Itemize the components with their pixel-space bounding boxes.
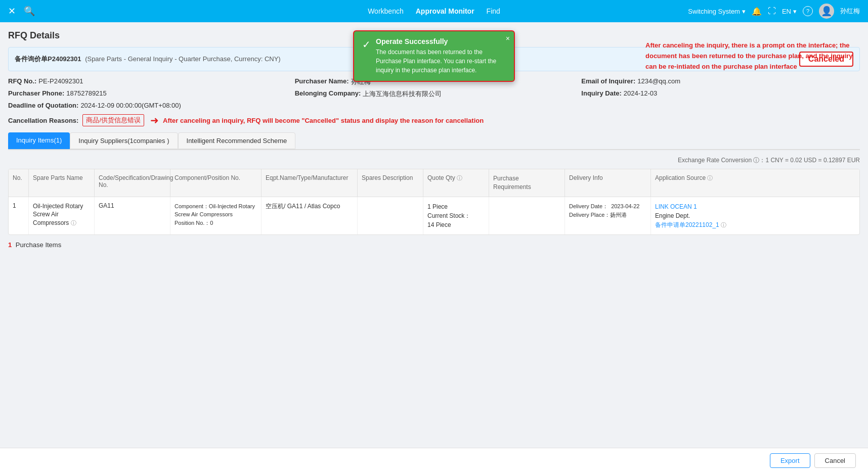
close-icon[interactable]: ✕ <box>8 6 16 17</box>
header-nav: Workbench Approval Monitor Find <box>368 7 500 15</box>
nav-approval[interactable]: Approval Monitor <box>416 7 474 15</box>
purchase-items-count: 1 Purchase Items <box>8 241 860 249</box>
search-icon[interactable]: 🔍 <box>24 6 35 17</box>
table-row: 1 Oil-Injected Rotary Screw Air Compress… <box>9 197 859 234</box>
col-app-source: Application Source ⓘ <box>651 169 747 197</box>
tabs-container: Inquiry Items(1) Inquiry Suppliers(1comp… <box>8 132 860 150</box>
belonging-company: Belonging Company: 上海互海信息科技有限公司 <box>295 89 574 99</box>
col-eqpt: Eqpt.Name/Type/Manufacturer <box>262 169 358 197</box>
footer: Export Cancel <box>0 448 868 473</box>
cancellation-annotation: After canceling an inquiry, RFQ will bec… <box>163 117 484 124</box>
notification-icon[interactable]: 🔔 <box>752 7 762 16</box>
cell-code: GA11 <box>95 197 170 234</box>
help-icon[interactable]: ? <box>803 6 813 16</box>
cell-delivery-info: Delivery Date： 2023-04-22Delivery Place：… <box>565 197 651 234</box>
col-delivery-info: Delivery Info <box>565 169 651 197</box>
app-source-row-info-icon[interactable]: ⓘ <box>721 222 726 228</box>
doc-id: 备件询价单P24092301 <box>15 55 81 63</box>
col-code: Code/Specification/Drawing No. <box>95 169 170 197</box>
col-spares-desc: Spares Description <box>358 169 423 197</box>
doc-header: 备件询价单P24092301 (Spare Parts - General In… <box>15 55 281 64</box>
email-inquirer: Email of Inquirer: 1234@qq.com <box>581 77 860 86</box>
fullscreen-icon[interactable]: ⛶ <box>768 7 776 16</box>
lang-label: EN <box>782 8 791 15</box>
col-quote-qty: Quote Qty ⓘ <box>423 169 489 197</box>
col-no: No. <box>9 169 29 197</box>
cell-component: Component：Oil-Injected Rotary Screw Air … <box>170 197 262 234</box>
status-badge: Canceled <box>799 52 853 67</box>
switching-system-button[interactable]: Switching System ▾ <box>688 8 746 15</box>
cell-quote-qty: 1 PieceCurrent Stock：14 Piece <box>423 197 489 234</box>
rfq-no: RFQ No.: PE-P24092301 <box>8 77 287 86</box>
cancellation-value: 商品/供货信息错误 <box>82 114 144 126</box>
tab-inquiry-items[interactable]: Inquiry Items(1) <box>8 132 70 149</box>
avatar[interactable]: 👤 <box>819 4 834 19</box>
toast-close-button[interactable]: × <box>506 34 510 42</box>
col-spare-parts-name: Spare Parts Name <box>29 169 95 197</box>
cell-app-source: LINK OCEAN 1 Engine Dept. 备件申请单20221102_… <box>651 197 747 234</box>
header-left: ✕ 🔍 <box>8 6 35 17</box>
doc-desc: (Spare Parts - General Inquiry - Quarter… <box>85 55 281 63</box>
tab-inquiry-suppliers[interactable]: Inquiry Suppliers(1companies ) <box>70 132 178 149</box>
username: 孙红梅 <box>840 7 860 16</box>
toast-notification: ✓ Operate Successfully The document has … <box>353 30 515 82</box>
quote-qty-info-icon[interactable]: ⓘ <box>457 175 462 181</box>
toast-check-icon: ✓ <box>362 38 371 51</box>
chevron-down-lang-icon: ▾ <box>793 8 797 15</box>
toast-text: The document has been returned to the Pu… <box>376 48 506 75</box>
cell-spare-parts-name: Oil-Injected Rotary Screw Air Compressor… <box>29 197 95 234</box>
main-content: RFQ Details 备件询价单P24092301 (Spare Parts … <box>0 22 868 473</box>
items-table: No. Spare Parts Name Code/Specification/… <box>8 169 860 235</box>
tab-intelligent-scheme[interactable]: Intelligent Recommended Scheme <box>178 132 296 149</box>
spare-parts-info-icon[interactable]: ⓘ <box>71 220 76 226</box>
exchange-rate: Exchange Rate Conversion ⓘ：1 CNY = 0.02 … <box>8 156 860 165</box>
cell-spares-desc <box>358 197 423 234</box>
cancellation-row: Cancellation Reasons: 商品/供货信息错误 ➜ After … <box>8 114 860 126</box>
cell-no: 1 <box>9 197 29 234</box>
toast-title: Operate Successfully <box>376 37 506 45</box>
chevron-down-icon: ▾ <box>742 8 746 15</box>
header: ✕ 🔍 Workbench Approval Monitor Find Swit… <box>0 0 868 22</box>
col-component: Component/Position No. <box>170 169 262 197</box>
nav-workbench[interactable]: Workbench <box>368 7 404 15</box>
nav-find[interactable]: Find <box>487 7 500 15</box>
export-button[interactable]: Export <box>770 453 810 468</box>
cell-purchase-req <box>489 197 565 234</box>
col-purchase-req: PurchaseRequirements <box>489 169 565 197</box>
cancel-button[interactable]: Cancel <box>814 453 856 468</box>
inquiry-date: Inquiry Date: 2024-12-03 <box>581 89 860 99</box>
toast-content: Operate Successfully The document has be… <box>376 37 506 75</box>
cell-eqpt: 空压机/ GA11 / Atlas Copco <box>262 197 358 234</box>
language-selector[interactable]: EN ▾ <box>782 8 797 15</box>
app-source-info-icon[interactable]: ⓘ <box>707 175 713 181</box>
deadline-quotation: Deadline of Quotation: 2024-12-09 00:00:… <box>8 102 287 109</box>
switching-system-label: Switching System <box>688 8 740 15</box>
right-arrow-icon: ➜ <box>150 114 159 126</box>
cancellation-label: Cancellation Reasons: <box>8 117 78 124</box>
header-right: Switching System ▾ 🔔 ⛶ EN ▾ ? 👤 孙红梅 <box>688 4 860 19</box>
purchaser-phone: Purchaser Phone: 18752789215 <box>8 89 287 99</box>
